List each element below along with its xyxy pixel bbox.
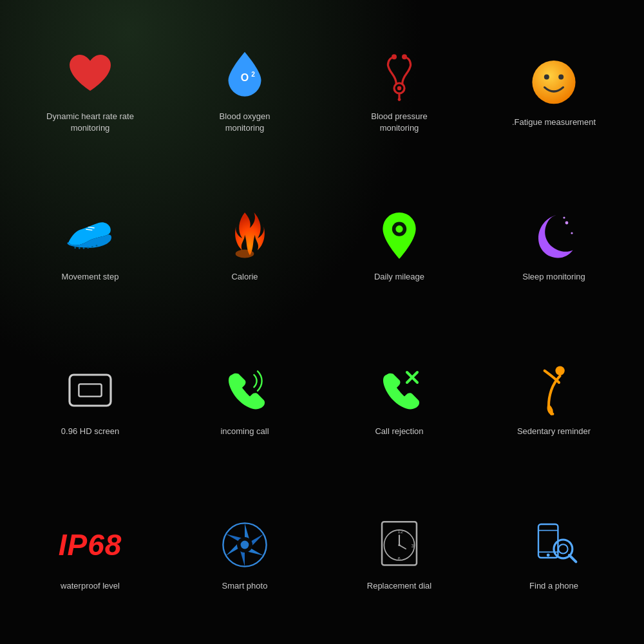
waterproof-label: waterproof level xyxy=(61,580,120,592)
svg-point-11 xyxy=(74,247,76,249)
cell-daily-mileage: Daily mileage xyxy=(322,167,477,322)
feature-grid: Dynamic heart rate rate monitoring O 2 B… xyxy=(0,0,644,644)
svg-text:6: 6 xyxy=(397,556,400,562)
moon-icon xyxy=(525,207,583,265)
hd-screen-label: 0.96 HD screen xyxy=(61,426,119,437)
cell-smart-photo: Smart photo xyxy=(167,477,322,631)
svg-point-4 xyxy=(402,54,407,59)
svg-point-13 xyxy=(83,247,85,249)
svg-point-22 xyxy=(565,222,569,225)
incoming-call-label: incoming call xyxy=(220,426,269,437)
svg-text:2: 2 xyxy=(251,71,255,78)
cell-replacement-dial: 12 6 3 Replacement dial xyxy=(322,477,477,631)
svg-point-10 xyxy=(558,75,564,80)
blood-pressure-label: Blood pressure monitoring xyxy=(354,111,444,134)
svg-text:12: 12 xyxy=(397,529,402,535)
svg-point-3 xyxy=(392,54,397,59)
blood-oxygen-label: Blood oxygen monitoring xyxy=(200,111,290,134)
svg-line-40 xyxy=(399,545,406,549)
svg-point-14 xyxy=(87,247,89,249)
stethoscope-icon xyxy=(370,46,428,104)
svg-point-23 xyxy=(571,232,573,234)
cell-blood-oxygen: O 2 Blood oxygen monitoring xyxy=(167,13,322,167)
svg-point-7 xyxy=(398,98,401,101)
find-phone-icon xyxy=(525,516,583,574)
cell-movement-step: Movement step xyxy=(13,167,167,322)
ip68-text: IP68 xyxy=(59,530,122,560)
fatigue-label: .Fatigue measurement xyxy=(512,117,596,128)
cell-hd-screen: 0.96 HD screen xyxy=(13,322,167,477)
flame-icon xyxy=(216,207,274,265)
svg-point-5 xyxy=(397,86,401,90)
camera-aperture-icon xyxy=(216,516,274,574)
svg-point-41 xyxy=(398,544,400,546)
cell-incoming-call: incoming call xyxy=(167,322,322,477)
cell-waterproof: IP68 waterproof level xyxy=(13,477,167,631)
incoming-call-icon xyxy=(216,361,274,419)
sedentary-reminder-label: Sedentary reminder xyxy=(517,426,591,437)
cell-dynamic-heart-rate: Dynamic heart rate rate monitoring xyxy=(13,13,167,167)
heart-icon xyxy=(61,46,119,104)
cell-find-phone: Find a phone xyxy=(477,477,631,631)
cell-blood-pressure: Blood pressure monitoring xyxy=(322,13,477,167)
call-rejection-label: Call rejection xyxy=(375,426,423,437)
svg-point-45 xyxy=(547,554,550,557)
cell-call-rejection: Call rejection xyxy=(322,322,477,477)
svg-point-21 xyxy=(395,225,402,232)
svg-text:O: O xyxy=(241,72,249,83)
svg-rect-25 xyxy=(70,375,111,406)
cell-sleep-monitoring: Sleep monitoring xyxy=(477,167,631,322)
svg-rect-26 xyxy=(79,384,101,396)
svg-point-9 xyxy=(544,75,549,80)
sleep-monitoring-label: Sleep monitoring xyxy=(522,271,585,283)
svg-text:3: 3 xyxy=(412,543,414,549)
svg-point-8 xyxy=(532,61,575,104)
calorie-label: Calorie xyxy=(231,271,258,283)
svg-line-47 xyxy=(569,555,576,562)
smiley-icon xyxy=(525,52,583,110)
replacement-dial-label: Replacement dial xyxy=(367,580,431,592)
svg-point-19 xyxy=(236,250,254,258)
cell-calorie: Calorie xyxy=(167,167,322,322)
call-rejection-icon xyxy=(370,361,428,419)
movement-step-label: Movement step xyxy=(62,271,119,283)
smart-photo-label: Smart photo xyxy=(222,580,268,592)
daily-mileage-label: Daily mileage xyxy=(374,271,424,283)
blood-oxygen-icon: O 2 xyxy=(216,46,274,104)
ip68-icon: IP68 xyxy=(61,516,119,574)
heart-rate-label: Dynamic heart rate rate monitoring xyxy=(45,111,135,134)
location-pin-icon xyxy=(370,207,428,265)
cell-sedentary-reminder: Sedentary reminder xyxy=(477,322,631,477)
svg-point-12 xyxy=(79,247,80,249)
svg-point-24 xyxy=(563,216,565,218)
cell-fatigue: .Fatigue measurement xyxy=(477,13,631,167)
screen-icon xyxy=(61,361,119,419)
svg-point-33 xyxy=(241,541,249,549)
shoe-icon xyxy=(61,207,119,265)
svg-point-29 xyxy=(555,366,564,375)
svg-point-15 xyxy=(91,246,93,248)
sedentary-reminder-icon xyxy=(525,361,583,419)
find-phone-label: Find a phone xyxy=(529,580,578,592)
clock-dial-icon: 12 6 3 xyxy=(370,516,428,574)
svg-point-16 xyxy=(96,245,98,247)
svg-point-48 xyxy=(558,544,567,553)
